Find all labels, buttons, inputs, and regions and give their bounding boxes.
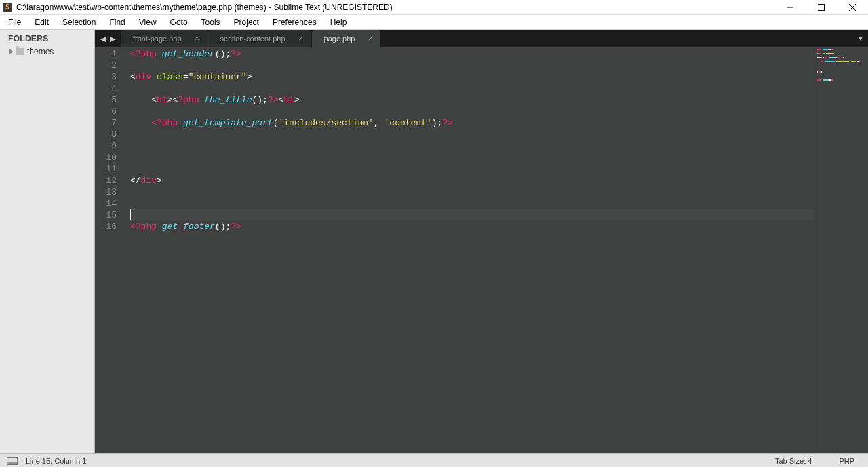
panel-toggle-icon[interactable] bbox=[7, 457, 18, 465]
code-editor[interactable]: 12345678910111213141516 <?php get_header… bbox=[95, 47, 868, 453]
code-line[interactable] bbox=[130, 83, 814, 94]
app-icon: S bbox=[3, 3, 12, 12]
tab-dropdown[interactable]: ▼ bbox=[853, 30, 868, 47]
folder-tree-root[interactable]: themes bbox=[0, 45, 94, 58]
code-line[interactable] bbox=[130, 129, 814, 140]
tab-navigation: ◀ ▶ bbox=[95, 30, 121, 47]
status-tabsize[interactable]: Tab Size: 4 bbox=[775, 457, 812, 465]
code-line[interactable] bbox=[130, 163, 814, 175]
menu-item-selection[interactable]: Selection bbox=[56, 16, 102, 28]
status-bar: Line 15, Column 1 Tab Size: 4 PHP bbox=[0, 453, 868, 467]
tab-label: page.php bbox=[324, 35, 355, 43]
minimap[interactable] bbox=[814, 47, 868, 453]
menu-item-file[interactable]: File bbox=[1, 16, 28, 28]
maximize-button[interactable] bbox=[806, 0, 837, 15]
window-titlebar: S C:\laragon\www\test\wp-content\themes\… bbox=[0, 0, 868, 15]
status-syntax[interactable]: PHP bbox=[839, 457, 854, 465]
code-line[interactable]: <?php get_header();?> bbox=[130, 48, 814, 60]
close-icon[interactable]: × bbox=[193, 34, 202, 43]
close-button[interactable] bbox=[837, 0, 868, 15]
code-line[interactable] bbox=[130, 140, 814, 152]
tab-page-php[interactable]: page.php× bbox=[312, 30, 381, 47]
code-line[interactable] bbox=[130, 152, 814, 163]
editor-pane: ◀ ▶ front-page.php×section-content.php×p… bbox=[95, 30, 868, 453]
folders-sidebar: FOLDERS themes bbox=[0, 30, 95, 453]
minimize-button[interactable] bbox=[774, 0, 806, 15]
close-icon[interactable]: × bbox=[296, 34, 306, 43]
code-area[interactable]: <?php get_header();?><div class="contain… bbox=[123, 47, 814, 453]
close-icon[interactable]: × bbox=[366, 34, 375, 43]
tab-label: section-content.php bbox=[220, 35, 285, 43]
code-line[interactable] bbox=[130, 106, 814, 117]
line-gutter: 12345678910111213141516 bbox=[95, 47, 123, 453]
menu-item-view[interactable]: View bbox=[132, 16, 163, 28]
code-line[interactable]: </div> bbox=[130, 175, 814, 186]
code-line[interactable]: <?php get_template_part('includes/sectio… bbox=[130, 117, 814, 129]
code-line[interactable]: <div class="container"> bbox=[130, 71, 814, 83]
menu-item-preferences[interactable]: Preferences bbox=[266, 16, 323, 28]
code-line[interactable]: <h1><?php the_title();?><h1> bbox=[130, 94, 814, 106]
window-controls bbox=[774, 0, 868, 15]
code-line[interactable] bbox=[130, 209, 814, 221]
code-line[interactable] bbox=[130, 60, 814, 71]
tab-label: front-page.php bbox=[133, 35, 182, 43]
menu-item-goto[interactable]: Goto bbox=[163, 16, 195, 28]
menu-bar: FileEditSelectionFindViewGotoToolsProjec… bbox=[0, 15, 868, 30]
code-line[interactable] bbox=[130, 198, 814, 209]
code-line[interactable]: <?php get_footer();?> bbox=[130, 221, 814, 232]
svg-rect-1 bbox=[818, 4, 825, 10]
menu-item-help[interactable]: Help bbox=[323, 16, 354, 28]
tab-section-content-php[interactable]: section-content.php× bbox=[208, 30, 311, 47]
chevron-right-icon bbox=[9, 49, 13, 54]
folder-label: themes bbox=[27, 47, 54, 56]
code-line[interactable] bbox=[130, 186, 814, 198]
main-area: FOLDERS themes ◀ ▶ front-page.php×sectio… bbox=[0, 30, 868, 453]
menu-item-project[interactable]: Project bbox=[227, 16, 266, 28]
menu-item-tools[interactable]: Tools bbox=[195, 16, 227, 28]
tab-next-icon[interactable]: ▶ bbox=[108, 35, 117, 43]
tab-bar: ◀ ▶ front-page.php×section-content.php×p… bbox=[95, 30, 868, 47]
window-title: C:\laragon\www\test\wp-content\themes\my… bbox=[16, 3, 393, 12]
menu-item-edit[interactable]: Edit bbox=[28, 16, 56, 28]
folders-header: FOLDERS bbox=[0, 30, 94, 45]
status-cursor[interactable]: Line 15, Column 1 bbox=[26, 457, 86, 465]
tab-front-page-php[interactable]: front-page.php× bbox=[121, 30, 208, 47]
menu-item-find[interactable]: Find bbox=[102, 16, 132, 28]
folder-icon bbox=[16, 48, 24, 55]
tab-prev-icon[interactable]: ◀ bbox=[99, 35, 107, 43]
